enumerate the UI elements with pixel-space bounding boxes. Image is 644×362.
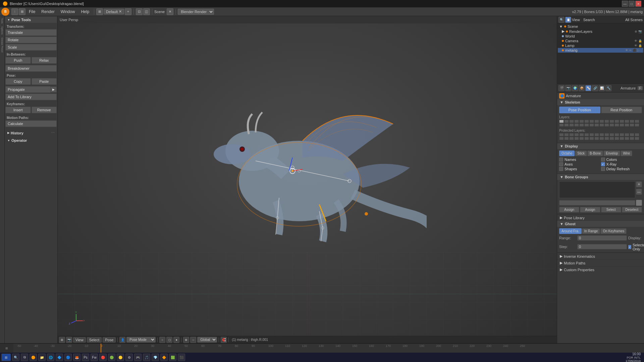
layer-8[interactable] bbox=[594, 120, 599, 123]
close-button[interactable]: ✕ bbox=[635, 1, 641, 7]
bone-groups-name-input[interactable] bbox=[559, 200, 635, 205]
layer-29[interactable] bbox=[620, 123, 624, 127]
p-layer-20[interactable] bbox=[574, 137, 579, 140]
p-layer-7[interactable] bbox=[589, 133, 594, 136]
skeleton-header[interactable]: ▼ Skeleton bbox=[557, 99, 644, 105]
app6-btn[interactable]: 🎵 bbox=[143, 354, 150, 361]
layer-2[interactable] bbox=[564, 120, 569, 123]
winexplorer-btn[interactable]: 📁 bbox=[38, 354, 46, 361]
timeline-ruler[interactable]: ⊞ -50 -40 -30 -20 -10 0 10 20 30 40 50 6… bbox=[0, 344, 644, 353]
vp-corner-btn[interactable]: ⊞ bbox=[59, 337, 65, 343]
propagate-arrow-btn[interactable]: ▶ bbox=[51, 86, 57, 93]
tools-strip-item[interactable]: Tools bbox=[1, 17, 4, 25]
app1-btn[interactable]: 🔴 bbox=[99, 354, 107, 361]
layer-15[interactable] bbox=[630, 120, 634, 123]
props-data-btn[interactable]: 📊 bbox=[599, 85, 605, 91]
app9-btn[interactable]: 🟩 bbox=[169, 354, 176, 361]
layer-3[interactable] bbox=[569, 120, 574, 123]
tab-envelop[interactable]: Envelop bbox=[603, 150, 620, 156]
search-btn[interactable]: 🔍 bbox=[12, 354, 19, 361]
p-layer-19[interactable] bbox=[569, 137, 574, 140]
ghost-tab-around[interactable]: Around Fra. bbox=[559, 228, 582, 234]
p-layer-16[interactable] bbox=[635, 133, 639, 136]
add-workspace-btn[interactable]: + bbox=[125, 8, 131, 15]
p-layer-23[interactable] bbox=[589, 137, 594, 140]
layer-23[interactable] bbox=[589, 123, 594, 127]
layer-9[interactable] bbox=[599, 120, 604, 123]
copy-pose-btn[interactable]: Copy bbox=[5, 78, 31, 85]
insert-btn[interactable]: Insert bbox=[5, 107, 31, 113]
layer-18[interactable] bbox=[564, 123, 569, 127]
p-layer-9[interactable] bbox=[599, 133, 604, 136]
pose-vp-btn[interactable]: Pose bbox=[103, 337, 116, 343]
operator-header[interactable]: ▼ Operator bbox=[5, 137, 57, 143]
tab-stick[interactable]: Stick bbox=[575, 150, 587, 156]
layer-25[interactable] bbox=[599, 123, 604, 127]
props-constraints-btn[interactable]: 🔗 bbox=[592, 85, 598, 91]
p-layer-29[interactable] bbox=[620, 137, 624, 140]
layer-14[interactable] bbox=[625, 120, 629, 123]
p-layer-14[interactable] bbox=[625, 133, 629, 136]
p-layer-2[interactable] bbox=[564, 133, 569, 136]
p-layer-4[interactable] bbox=[574, 133, 579, 136]
ghost-header[interactable]: ▼ Ghost bbox=[557, 221, 644, 227]
shading-solid-btn[interactable]: ○ bbox=[159, 337, 165, 343]
layout-icon[interactable]: ⊞ bbox=[96, 8, 103, 15]
camera-item[interactable]: Camera 👁 🔒 bbox=[558, 39, 643, 43]
ghost-tab-keyframes[interactable]: On Keyframes bbox=[600, 228, 627, 234]
layer-1[interactable] bbox=[559, 120, 564, 123]
layer-6[interactable] bbox=[584, 120, 589, 123]
options-strip-item[interactable]: Options bbox=[1, 25, 4, 36]
p-layer-31[interactable] bbox=[630, 137, 634, 140]
taskview-btn[interactable]: ⧉ bbox=[21, 354, 28, 361]
start-btn[interactable]: ⊞ bbox=[1, 354, 11, 361]
vp-camera-btn[interactable]: 📷 bbox=[66, 337, 72, 343]
p-layer-10[interactable] bbox=[604, 133, 609, 136]
photoshop-btn[interactable]: Ps bbox=[82, 354, 89, 361]
p-layer-22[interactable] bbox=[584, 137, 589, 140]
rotate-btn[interactable]: Rotate bbox=[5, 37, 57, 43]
props-render-btn[interactable]: 📷 bbox=[565, 85, 571, 91]
render-engine-select[interactable]: Blender Render Cycles bbox=[178, 9, 214, 15]
shading-wire-btn[interactable]: ◻ bbox=[166, 337, 172, 343]
bone-groups-add-btn[interactable]: + bbox=[636, 181, 642, 187]
view-split-btn[interactable]: ⊡ bbox=[136, 8, 143, 15]
select-vp-btn[interactable]: Select bbox=[87, 337, 102, 343]
transform-space-select[interactable]: Global Local bbox=[197, 337, 217, 343]
custom-properties-row[interactable]: ▶ Custom Properties bbox=[557, 266, 644, 273]
timeline-side-btn[interactable]: ⊞ bbox=[0, 344, 13, 353]
tab-bbone[interactable]: B-Bone bbox=[587, 150, 603, 156]
p-layer-17[interactable] bbox=[559, 137, 564, 140]
push-btn[interactable]: Push bbox=[5, 57, 31, 64]
remove-btn[interactable]: Remove bbox=[32, 107, 57, 113]
p-layer-8[interactable] bbox=[594, 133, 599, 136]
menu-help[interactable]: Help bbox=[78, 9, 92, 15]
shapes-checkbox[interactable] bbox=[559, 167, 563, 171]
bone-groups-color-btn[interactable] bbox=[636, 200, 642, 206]
layer-12[interactable] bbox=[614, 120, 619, 123]
layer-13[interactable] bbox=[620, 120, 624, 123]
p-layer-15[interactable] bbox=[630, 133, 634, 136]
shading-rendered-btn[interactable]: ● bbox=[173, 337, 179, 343]
axes-checkbox[interactable] bbox=[559, 162, 563, 166]
layer-24[interactable] bbox=[594, 123, 599, 127]
layer-4[interactable] bbox=[574, 120, 579, 123]
p-layer-13[interactable] bbox=[620, 133, 624, 136]
outliner-view-btn[interactable]: 🔍 bbox=[558, 17, 565, 23]
menu-render[interactable]: Render bbox=[39, 9, 57, 15]
motion-paths-row[interactable]: ▶ Motion Paths bbox=[557, 259, 644, 266]
p-layer-6[interactable] bbox=[584, 133, 589, 136]
p-layer-12[interactable] bbox=[614, 133, 619, 136]
manipulator-btn[interactable]: ↔ bbox=[190, 337, 196, 343]
pose-position-btn[interactable]: Pose Position bbox=[559, 107, 600, 113]
scale-btn[interactable]: Scale bbox=[5, 44, 57, 51]
layer-21[interactable] bbox=[579, 123, 584, 127]
p-layer-26[interactable] bbox=[604, 137, 609, 140]
chrome-btn[interactable]: 🔵 bbox=[64, 354, 72, 361]
scene-btn[interactable]: ⋮ bbox=[11, 8, 18, 15]
minimize-button[interactable]: — bbox=[622, 1, 628, 7]
lamp-item[interactable]: Lamp 👁 🔒 bbox=[558, 43, 643, 48]
fb-btn[interactable]: Fw bbox=[91, 354, 98, 361]
delay-refresh-checkbox[interactable] bbox=[601, 167, 605, 171]
step-input[interactable] bbox=[577, 244, 627, 249]
